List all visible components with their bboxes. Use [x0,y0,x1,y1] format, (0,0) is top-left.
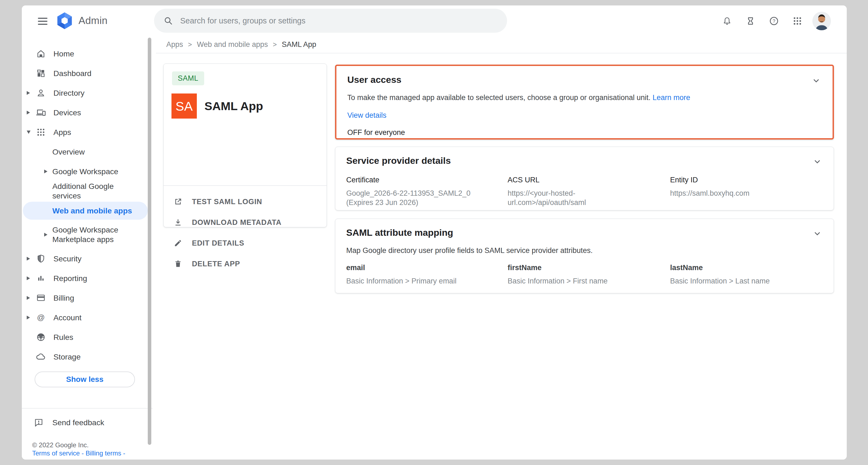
sidebar-item-security[interactable]: Security [22,249,153,269]
sidebar-item-directory[interactable]: Directory [22,83,153,103]
svg-text:?: ? [773,19,775,24]
field-value: Basic Information > First name [507,276,670,286]
sidebar-item-label: Reporting [54,274,87,283]
sidebar-item-label: Billing [54,293,74,303]
edit-details-button[interactable]: EDIT DETAILS [163,233,327,253]
lastname-mapping-field: lastName Basic Information > Last name [670,264,823,286]
field-label: lastName [670,264,823,272]
expand-service-provider-button[interactable] [811,155,824,168]
test-saml-login-button[interactable]: TEST SAML LOGIN [163,191,327,212]
delete-app-button[interactable]: DELETE APP [163,253,327,274]
sidebar-item-label: Home [54,49,74,59]
email-mapping-field: email Basic Information > Primary email [346,264,507,286]
expand-right-icon [27,296,30,300]
help-icon[interactable]: ? [765,11,783,31]
sidebar-item-google-workspace[interactable]: Google Workspace [22,162,153,181]
logo-text: Admin [79,15,107,26]
chevron-down-icon [812,156,823,167]
chevron-down-icon [811,75,822,86]
sidebar-item-account[interactable]: @ Account [22,308,153,328]
field-value: https://<your-hosted-url.com>/api/oauth/… [507,189,595,207]
pencil-icon [173,238,183,249]
person-icon [35,87,47,99]
search-input[interactable] [180,17,480,25]
notifications-bell-icon[interactable] [718,11,736,31]
field-value: Basic Information > Last name [670,276,823,286]
devices-icon [35,106,47,119]
breadcrumb-separator: > [188,41,192,49]
main-menu-icon[interactable] [33,11,52,31]
chevron-down-icon [812,228,823,239]
show-less-button[interactable]: Show less [35,372,135,387]
sidebar-item-label: Directory [54,88,85,98]
certificate-field: Certificate Google_2026-6-22-113953_SAML… [346,176,507,207]
sidebar-item-storage[interactable]: Storage [22,347,153,367]
expand-right-icon [44,169,48,173]
learn-more-link[interactable]: Learn more [653,93,690,102]
user-access-title: User access [347,73,822,86]
sidebar-item-label: Dashboard [54,69,91,78]
expand-right-icon [44,233,48,237]
sidebar-item-label: Google Workspace Marketplace apps [52,225,142,244]
apps-grid-icon[interactable] [788,11,806,31]
expand-right-icon [27,111,30,115]
app-title: SAML App [205,99,263,113]
trash-icon [173,258,183,269]
breadcrumb-apps[interactable]: Apps [166,40,183,49]
google-admin-logo: Admin [55,11,107,30]
sidebar-item-web-and-mobile-apps[interactable]: Web and mobile apps [22,201,153,220]
send-feedback-button[interactable]: Send feedback [22,413,153,432]
field-value: Basic Information > Primary email [346,276,507,286]
sidebar-item-label: Google Workspace [52,167,118,176]
breadcrumb-current: SAML App [282,40,316,49]
sidebar-scrollbar[interactable] [148,38,151,445]
field-value: https://saml.boxyhq.com [670,189,823,198]
card-divider [163,185,327,186]
attribute-mapping-title: SAML attribute mapping [346,226,823,239]
billing-terms-link[interactable]: Billing terms [86,450,121,457]
copyright-text: © 2022 Google Inc. [32,441,125,449]
terms-of-service-link[interactable]: Terms of service [32,450,80,457]
feedback-icon [33,416,45,429]
dashboard-icon [35,67,47,79]
attribute-mapping-description: Map Google directory user profile fields… [346,246,823,255]
expand-right-icon [27,276,30,280]
sidebar-item-label: Devices [54,108,81,118]
collapse-user-access-button[interactable] [810,74,823,87]
account-avatar[interactable] [812,11,832,31]
expand-attribute-mapping-button[interactable] [811,227,824,240]
main-content: SAML SA SAML App TEST SAML LOGIN DOWNLO [153,54,847,460]
open-in-new-icon [173,196,183,207]
sidebar-item-overview[interactable]: Overview [22,142,153,162]
sidebar-item-billing[interactable]: Billing [22,288,153,308]
view-details-link[interactable]: View details [347,111,386,119]
home-icon [35,48,47,60]
breadcrumb-web-and-mobile-apps[interactable]: Web and mobile apps [197,40,268,49]
download-metadata-button[interactable]: DOWNLOAD METADATA [163,212,327,233]
entity-id-field: Entity ID https://saml.boxyhq.com [670,176,823,207]
sidebar-item-rules[interactable]: Rules [22,328,153,347]
cloud-icon [35,351,47,363]
top-app-bar: Admin [22,5,847,36]
apps-grid-icon [35,126,47,138]
user-access-status: OFF for everyone [347,128,822,137]
sidebar-item-additional-google-services[interactable]: Additional Google services [22,181,153,201]
sidebar-item-home[interactable]: Home [22,44,153,63]
sidebar-item-dashboard[interactable]: Dashboard [22,63,153,83]
firstname-mapping-field: firstName Basic Information > First name [507,264,670,286]
field-label: Entity ID [670,176,823,184]
svg-text:@: @ [37,313,45,322]
hourglass-icon[interactable] [742,11,760,31]
sidebar-item-reporting[interactable]: Reporting [22,269,153,288]
service-provider-title: Service provider details [346,155,823,166]
field-label: firstName [507,264,670,272]
service-provider-details-card: Service provider details Certificate Goo… [335,147,834,210]
search-icon [163,16,173,26]
credit-card-icon [35,292,47,304]
sidebar-item-devices[interactable]: Devices [22,103,153,122]
sidebar-item-apps[interactable]: Apps [22,122,153,142]
app-avatar-tile: SA [172,93,197,119]
sidebar-divider [22,408,153,409]
sidebar-item-google-workspace-marketplace-apps[interactable]: Google Workspace Marketplace apps [22,220,153,249]
sidebar-item-label: Additional Google services [52,182,142,200]
